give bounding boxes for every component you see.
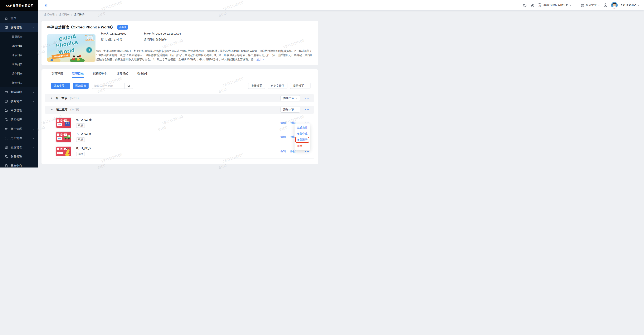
page-title: 牛津自然拼读《Oxford Phonics World》 [47,25,115,30]
sidebar-item-teacher-student[interactable]: 师生管理 [0,124,38,134]
topbar: 企 XX科技股份有限公司 简体中文 18311136100 [38,0,322,10]
sidebar-item-course-management[interactable]: 课程管理 [0,23,38,32]
sidebar-item-finance-management[interactable]: 财务管理 [0,152,38,161]
search-button[interactable] [124,83,133,88]
collapse-sidebar-icon[interactable] [44,4,48,7]
printer-icon [4,90,8,94]
course-type-badge: 点播课 [118,25,128,30]
section-search [92,83,133,89]
cover-multirom-badge: with 2 interactive Multi-ROMs [85,35,94,41]
tab-data-statistics[interactable]: 数据统计 [133,69,154,78]
lesson-type-tag: 视频 [76,152,85,156]
lesson-edit-link[interactable]: 编辑 [280,150,286,153]
lesson-thumbnail[interactable]: d+ r= dr um [56,118,72,128]
sidebar-item-package-list[interactable]: 课包列表 [0,69,38,78]
lesson-context-menu: 完成条件 布置作业 布置测验 删除 [294,124,310,150]
database-icon [4,118,8,122]
export-icon [4,164,8,168]
menu-item-assign-homework[interactable]: 布置作业 [294,130,310,136]
sidebar-item-teaching-aid[interactable]: 教学辅助 [0,88,38,96]
breadcrumb-separator: / [71,13,72,16]
menu-item-assign-quiz[interactable]: 布置测验 [295,137,309,143]
lesson-thumbnail[interactable]: s+ l= sl sl [56,146,72,157]
course-info-card: 牛津自然拼读《Oxford Phonics World》 点播课 with 2 … [42,21,318,65]
breadcrumb-course-management[interactable]: 课程管理 [44,13,54,16]
chevron-down-icon [32,156,34,158]
sidebar-item-tag-list[interactable]: 标签列表 [0,78,38,88]
sidebar-item-label: 首页 [10,16,16,20]
truck-art [64,135,71,140]
add-section-button[interactable]: 添加小节 [51,83,70,89]
search-input[interactable] [92,83,124,88]
lesson-row-8: s+ l= sl sl 8、U_02_sl 视频 编辑 数据 [45,144,314,158]
course-meta: 创建人: 18311136100 创建时间: 2025-05-22 15:17:… [101,32,181,42]
sidebar-item-user-management[interactable]: 用户管理 [0,134,38,143]
chapter-add-section-button[interactable]: 添加小节 [280,95,300,101]
expand-link[interactable]: 展开 [256,58,264,61]
sidebar-item-netdisk-management[interactable]: 网盘管理 [0,106,38,115]
sidebar-item-label: 企业管理 [10,146,22,149]
calendar-icon [4,100,8,103]
home-icon [4,16,8,20]
tab-course-materials[interactable]: 课程资料包 [88,69,112,78]
lesson-type-tag: 视频 [76,123,85,128]
lesson-row-7: t+ r= tr uck 7、U_02_tr 视频 编辑 数据 [45,130,314,144]
company-logo: XX科技股份有限公司 [0,0,38,11]
lesson-more-actions-icon[interactable] [305,151,309,152]
sidebar-item-lesson-list[interactable]: 课节列表 [0,50,38,60]
custom-sort-button[interactable]: 自定义排序 [268,83,288,89]
chapter-section-count: (3小节) [70,108,79,112]
sidebar-item-calendar-schedule[interactable]: 日历课表 [0,32,38,41]
sidebar-nav: 首页 课程管理 日历课表 课程列表 课节列表 约课列表 课包列表 标签列表 教学… [0,11,38,168]
batch-settings-button[interactable]: 批量设置 [248,83,265,89]
course-management-submenu: 日历课表 课程列表 课节列表 约课列表 课包列表 标签列表 [0,32,38,88]
tab-course-catalog[interactable]: 课程目录 [68,69,88,78]
cover-art [72,58,75,60]
lesson-thumbnail[interactable]: t+ r= tr uck [56,132,72,142]
lesson-edit-link[interactable]: 编辑 [280,135,286,139]
sidebar-item-label: 财务管理 [10,155,22,158]
lesson-data-link[interactable]: 数据 [290,150,296,153]
add-chapter-button[interactable]: 添加章节 [73,83,88,89]
tab-course-mode[interactable]: 课程模式 [112,69,133,78]
sidebar-item-booking-list[interactable]: 约课列表 [0,60,38,69]
user-check-icon [4,127,8,130]
chapter-more-actions-icon[interactable] [305,109,309,110]
sidebar-item-enterprise-management[interactable]: 企业管理 [0,143,38,152]
course-intro: 简介: 牛津自然拼读5册攻略 1、想要轻松掌握英语拼读技巧吗？来试试牛津自然拼读… [96,49,313,62]
cover-art [79,55,81,58]
chapter-add-section-button[interactable]: 添加小节 [280,107,300,112]
breadcrumb: 课程管理 / 课程列表 / 课程详情 [44,13,84,16]
sidebar-item-home[interactable]: 首页 [0,14,38,23]
menu-item-delete[interactable]: 删除 [294,143,310,149]
collapse-chapter-icon[interactable] [51,109,53,110]
chevron-down-icon [32,110,34,112]
breadcrumb-course-list[interactable]: 课程列表 [59,13,70,16]
sidebar-item-question-bank[interactable]: 题库管理 [0,115,38,124]
tab-course-detail[interactable]: 课程详情 [47,69,68,78]
sidebar-item-export-center[interactable]: 导出中心 [0,161,38,168]
sidebar-item-academic-management[interactable]: 教务管理 [0,96,38,106]
sidebar-item-label: 用户管理 [10,136,22,140]
catalog-toolbar: 添加小节 添加章节 批量设置 自定义排序 目录设置 [51,83,310,89]
building-icon [4,146,8,149]
expand-chapter-icon[interactable] [51,97,52,99]
course-cover-image: with 2 interactive Multi-ROMs Oxford Pho… [47,34,96,62]
chapter-row-2[interactable]: 第二章节 (3小节) 添加小节 [45,106,314,114]
chevron-down-icon [32,128,34,130]
menu-item-completion-condition[interactable]: 完成条件 [294,125,310,130]
chapter-row-1[interactable]: 第一章节 (5小节) 添加小节 [45,94,314,102]
cover-art [77,59,80,60]
lesson-more-actions-icon[interactable] [305,122,309,123]
cover-art [72,56,75,58]
lesson-title: 6、U_02_dr [76,118,92,122]
course-period: 课程周期: 随到随学 [144,38,181,42]
chapter-section-count: (5小节) [70,96,78,100]
sidebar-item-course-list[interactable]: 课程列表 [0,41,38,50]
cover-subtitle-ribbon: The Alphabet [52,53,70,59]
catalog-settings-button[interactable]: 目录设置 [290,83,310,89]
lesson-title: 8、U_02_sl [76,146,91,150]
lesson-edit-link[interactable]: 编辑 [280,121,286,125]
sidebar-item-label: 网盘管理 [10,109,22,112]
chapter-more-actions-icon[interactable] [305,98,309,98]
